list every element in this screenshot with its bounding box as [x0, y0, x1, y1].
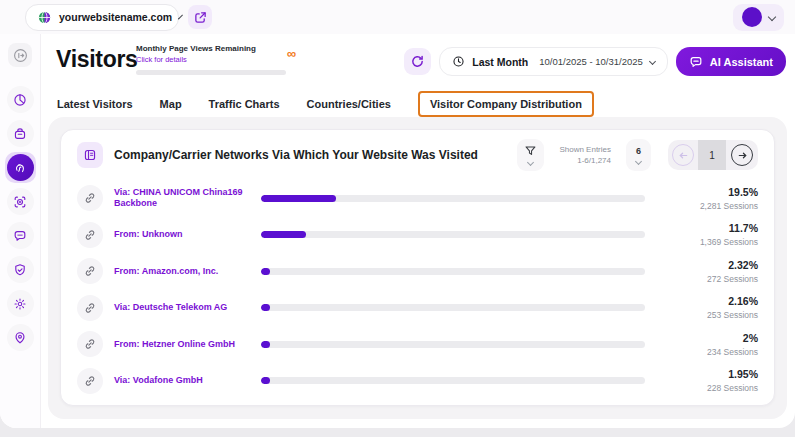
sidebar	[0, 34, 41, 428]
current-page[interactable]: 1	[698, 140, 726, 170]
row-percent: 2.32%	[656, 259, 758, 271]
ai-chat-icon	[689, 55, 703, 69]
quota-details-link[interactable]: Click for details	[136, 55, 296, 64]
shield-check-icon	[13, 263, 27, 277]
company-label[interactable]: Via: Vodafone GmbH	[114, 375, 250, 386]
user-menu[interactable]	[733, 4, 784, 31]
collapse-arrow-icon	[13, 48, 28, 63]
date-range-picker[interactable]: Last Month 10/01/2025 - 10/31/2025	[439, 47, 668, 76]
sidebar-item-orders[interactable]	[7, 120, 34, 147]
sidebar-item-settings[interactable]	[7, 290, 34, 317]
tab-map[interactable]: Map	[160, 98, 182, 110]
link-chain-icon	[77, 258, 103, 284]
sidebar-item-goals[interactable]	[7, 188, 34, 215]
quota-title: Monthly Page Views Remaining	[136, 44, 296, 53]
card-header: Company/Carrier Networks Via Which Your …	[77, 132, 758, 178]
header-controls: Last Month 10/01/2025 - 10/31/2025 AI As…	[404, 47, 786, 76]
sidebar-item-chat[interactable]	[7, 222, 34, 249]
sidebar-item-locations[interactable]	[7, 324, 34, 351]
next-page-button[interactable]	[726, 144, 758, 166]
tab-latest-visitors[interactable]: Latest Visitors	[57, 98, 133, 110]
visitors-fingerprint-icon	[7, 154, 34, 181]
tab-countries-cities[interactable]: Countries/Cities	[307, 98, 391, 110]
company-label[interactable]: From: Hetzner Online GmbH	[114, 339, 250, 350]
sessions-bar-fill	[261, 377, 270, 384]
table-row: From: Unknown 11.7% 1,369 Sessions	[77, 218, 758, 251]
open-site-button[interactable]	[188, 5, 212, 29]
row-sessions: 272 Sessions	[656, 274, 758, 284]
table-row: Via: Deutsche Telekom AG 2.16% 253 Sessi…	[77, 291, 758, 324]
site-selector[interactable]: yourwebsitename.com	[25, 4, 179, 31]
filter-button[interactable]	[517, 139, 544, 171]
period-label: Last Month	[472, 56, 528, 68]
link-chain-icon	[77, 368, 103, 394]
page-size-dropdown[interactable]: 6	[626, 139, 651, 171]
panel-layout-icon	[77, 142, 103, 168]
tab-panel-background: Company/Carrier Networks Via Which Your …	[48, 117, 787, 419]
pagination: 1	[668, 140, 758, 170]
chevron-down-icon	[649, 58, 656, 65]
row-sessions: 234 Sessions	[656, 347, 758, 357]
sessions-bar-fill	[261, 231, 306, 238]
avatar	[742, 7, 762, 27]
chevron-down-icon	[178, 15, 183, 20]
site-favicon-globe-icon	[38, 11, 51, 24]
row-percent: 2.16%	[656, 295, 758, 307]
quota-widget[interactable]: Monthly Page Views Remaining Click for d…	[136, 44, 296, 75]
sidebar-item-security[interactable]	[7, 256, 34, 283]
row-values: 2.32% 272 Sessions	[656, 259, 758, 284]
topbar: yourwebsitename.com	[0, 0, 795, 34]
sessions-bar-track	[261, 195, 645, 202]
shown-entries: Shown Entries 1-6/1,274	[559, 144, 611, 166]
link-chain-icon	[77, 331, 103, 357]
filter-funnel-icon	[524, 145, 537, 157]
sidebar-item-visitors-active[interactable]	[5, 152, 36, 183]
ai-assistant-button[interactable]: AI Assistant	[676, 47, 786, 76]
chevron-down-icon	[768, 13, 776, 21]
company-label[interactable]: Via: CHINA UNICOM China169 Backbone	[114, 187, 250, 209]
company-rows: Via: CHINA UNICOM China169 Backbone 19.5…	[77, 178, 758, 405]
company-label[interactable]: Via: Deutsche Telekom AG	[114, 302, 250, 313]
sessions-bar-fill	[261, 304, 270, 311]
clock-icon	[452, 55, 465, 68]
table-row: Via: Vodafone GmbH 1.95% 228 Sessions	[77, 364, 758, 397]
site-name: yourwebsitename.com	[59, 11, 172, 23]
sessions-bar-track	[261, 377, 645, 384]
company-label[interactable]: From: Amazon.com, Inc.	[114, 266, 250, 277]
period-range: 10/01/2025 - 10/31/2025	[539, 56, 643, 67]
table-row: From: Amazon.com, Inc. 2.32% 272 Session…	[77, 255, 758, 288]
chevron-down-icon	[635, 158, 642, 165]
row-sessions: 228 Sessions	[656, 383, 758, 393]
tab-bar: Latest Visitors Map Traffic Charts Count…	[57, 90, 594, 118]
orders-bag-icon	[13, 127, 27, 141]
company-label[interactable]: From: Unknown	[114, 229, 250, 240]
previous-page-button[interactable]	[668, 144, 698, 166]
refresh-button[interactable]	[404, 48, 431, 75]
link-chain-icon	[77, 295, 103, 321]
table-row: Via: CHINA UNICOM China169 Backbone 19.5…	[77, 182, 758, 215]
location-pin-icon	[13, 331, 27, 345]
ai-assistant-label: AI Assistant	[710, 56, 773, 68]
company-distribution-card: Company/Carrier Networks Via Which Your …	[60, 129, 775, 406]
row-percent: 11.7%	[656, 222, 758, 234]
tab-visitor-company-distribution[interactable]: Visitor Company Distribution	[418, 91, 594, 117]
chevron-down-icon	[527, 159, 534, 166]
external-link-icon	[194, 11, 207, 24]
pie-chart-icon	[13, 93, 27, 107]
sessions-bar-track	[261, 231, 645, 238]
app-window: yourwebsitename.com	[0, 0, 795, 428]
settings-gear-icon	[13, 297, 27, 311]
sessions-bar-track	[261, 268, 645, 275]
page-size-value: 6	[636, 146, 641, 156]
row-values: 11.7% 1,369 Sessions	[656, 222, 758, 247]
card-title: Company/Carrier Networks Via Which Your …	[114, 148, 506, 162]
row-percent: 19.5%	[656, 186, 758, 198]
sessions-bar-fill	[261, 268, 270, 275]
sidebar-item-dashboard[interactable]	[7, 86, 34, 113]
tab-traffic-charts[interactable]: Traffic Charts	[209, 98, 280, 110]
sessions-bar-fill	[261, 195, 336, 202]
sidebar-collapse-button[interactable]	[8, 43, 32, 67]
sessions-bar-track	[261, 304, 645, 311]
link-chain-icon	[77, 222, 103, 248]
row-values: 19.5% 2,281 Sessions	[656, 186, 758, 211]
